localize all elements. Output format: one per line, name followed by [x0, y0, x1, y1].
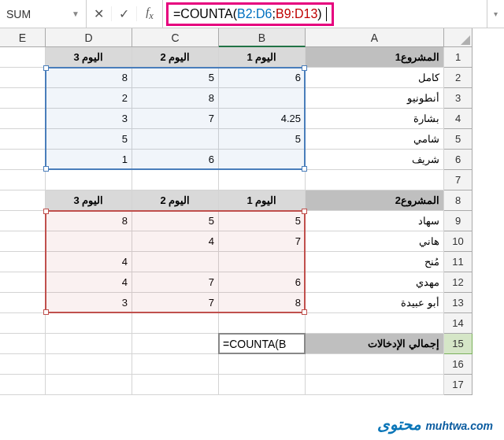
- row-header-17[interactable]: 17: [444, 375, 472, 395]
- cell-E1[interactable]: [0, 47, 46, 68]
- name-box-dropdown-icon[interactable]: ▼: [72, 9, 80, 18]
- row-header-4[interactable]: 4: [444, 109, 472, 129]
- cell-D11[interactable]: 4: [46, 252, 132, 272]
- cell-B7[interactable]: [219, 170, 306, 190]
- cell-C17[interactable]: [132, 375, 219, 395]
- cell-A16[interactable]: [306, 354, 444, 375]
- cell-C15[interactable]: [132, 334, 219, 354]
- fx-button[interactable]: fx: [137, 6, 162, 22]
- cell-C16[interactable]: [132, 354, 219, 375]
- cell-D9[interactable]: 8: [46, 211, 132, 231]
- cell-C1[interactable]: اليوم 2: [132, 47, 219, 68]
- cell-B10[interactable]: 7: [219, 231, 306, 252]
- cell-D6[interactable]: 1: [46, 150, 132, 170]
- cell-E5[interactable]: [0, 129, 46, 150]
- cell-B17[interactable]: [219, 375, 306, 395]
- row-header-8[interactable]: 8: [444, 190, 472, 211]
- cell-A10[interactable]: هاني: [306, 231, 444, 252]
- cell-D14[interactable]: [46, 313, 132, 334]
- enter-button[interactable]: ✓: [112, 6, 137, 21]
- row-header-13[interactable]: 13: [444, 293, 472, 313]
- row-header-11[interactable]: 11: [444, 252, 472, 272]
- cell-B16[interactable]: [219, 354, 306, 375]
- cell-E17[interactable]: [0, 375, 46, 395]
- cell-E16[interactable]: [0, 354, 46, 375]
- formula-input[interactable]: =COUNTA( B2:D6 ; B9:D13 ): [163, 0, 487, 28]
- col-header-C[interactable]: C: [132, 28, 219, 47]
- row-header-15[interactable]: 15: [444, 334, 472, 354]
- cell-A15[interactable]: إجمالي الإدخالات: [306, 334, 444, 354]
- cell-D17[interactable]: [46, 375, 132, 395]
- cell-A6[interactable]: شريف: [306, 150, 444, 170]
- cell-E14[interactable]: [0, 313, 46, 334]
- cell-A7[interactable]: [306, 170, 444, 190]
- cell-C4[interactable]: 7: [132, 109, 219, 129]
- cell-D12[interactable]: 4: [46, 272, 132, 293]
- cell-C10[interactable]: 4: [132, 231, 219, 252]
- cell-A1[interactable]: المشروع1: [306, 47, 444, 68]
- cell-D15[interactable]: [46, 334, 132, 354]
- cell-B3[interactable]: [219, 88, 306, 109]
- cell-E15[interactable]: [0, 334, 46, 354]
- cell-D3[interactable]: 2: [46, 88, 132, 109]
- cell-A2[interactable]: كامل: [306, 68, 444, 88]
- col-header-B[interactable]: B: [219, 28, 306, 47]
- cell-C9[interactable]: 5: [132, 211, 219, 231]
- row-header-10[interactable]: 10: [444, 231, 472, 252]
- cell-A9[interactable]: سهاد: [306, 211, 444, 231]
- cell-D2[interactable]: 8: [46, 68, 132, 88]
- cell-C3[interactable]: 8: [132, 88, 219, 109]
- cell-E4[interactable]: [0, 109, 46, 129]
- cell-C7[interactable]: [132, 170, 219, 190]
- cancel-button[interactable]: ✕: [87, 6, 112, 21]
- cell-A17[interactable]: [306, 375, 444, 395]
- cell-C14[interactable]: [132, 313, 219, 334]
- col-header-D[interactable]: D: [46, 28, 132, 47]
- cell-A13[interactable]: أبو عبيدة: [306, 293, 444, 313]
- cell-E7[interactable]: [0, 170, 46, 190]
- cell-C2[interactable]: 5: [132, 68, 219, 88]
- cell-E6[interactable]: [0, 150, 46, 170]
- row-header-9[interactable]: 9: [444, 211, 472, 231]
- cell-E3[interactable]: [0, 88, 46, 109]
- col-header-E[interactable]: E: [0, 28, 46, 47]
- cell-E9[interactable]: [0, 211, 46, 231]
- cell-A5[interactable]: شامي: [306, 129, 444, 150]
- cell-C6[interactable]: 6: [132, 150, 219, 170]
- cell-E10[interactable]: [0, 231, 46, 252]
- col-header-A[interactable]: A: [306, 28, 444, 47]
- cell-B14[interactable]: [219, 313, 306, 334]
- row-header-12[interactable]: 12: [444, 272, 472, 293]
- row-header-14[interactable]: 14: [444, 313, 472, 334]
- row-header-2[interactable]: 2: [444, 68, 472, 88]
- cell-B13[interactable]: 8: [219, 293, 306, 313]
- cell-A14[interactable]: [306, 313, 444, 334]
- cell-A3[interactable]: أنطونيو: [306, 88, 444, 109]
- cell-A8[interactable]: المشروع2: [306, 190, 444, 211]
- select-all-corner[interactable]: [444, 28, 472, 47]
- cell-D1[interactable]: اليوم 3: [46, 47, 132, 68]
- cell-E13[interactable]: [0, 293, 46, 313]
- cell-A11[interactable]: مُنح: [306, 252, 444, 272]
- cell-C5[interactable]: [132, 129, 219, 150]
- cell-B4[interactable]: 4.25: [219, 109, 306, 129]
- cell-D13[interactable]: 3: [46, 293, 132, 313]
- cell-B6[interactable]: [219, 150, 306, 170]
- cell-B1[interactable]: اليوم 1: [219, 47, 306, 68]
- cell-C12[interactable]: 7: [132, 272, 219, 293]
- cell-E8[interactable]: [0, 190, 46, 211]
- expand-formula-bar-button[interactable]: ▾: [487, 0, 504, 28]
- row-header-5[interactable]: 5: [444, 129, 472, 150]
- row-header-3[interactable]: 3: [444, 88, 472, 109]
- cell-E12[interactable]: [0, 272, 46, 293]
- cell-A12[interactable]: مهدي: [306, 272, 444, 293]
- cell-D4[interactable]: 3: [46, 109, 132, 129]
- cell-D10[interactable]: [46, 231, 132, 252]
- cell-C8[interactable]: اليوم 2: [132, 190, 219, 211]
- cell-B2[interactable]: 6: [219, 68, 306, 88]
- cell-E2[interactable]: [0, 68, 46, 88]
- cell-B8[interactable]: اليوم 1: [219, 190, 306, 211]
- cell-B9[interactable]: 5: [219, 211, 306, 231]
- cell-D7[interactable]: [46, 170, 132, 190]
- cell-B11[interactable]: [219, 252, 306, 272]
